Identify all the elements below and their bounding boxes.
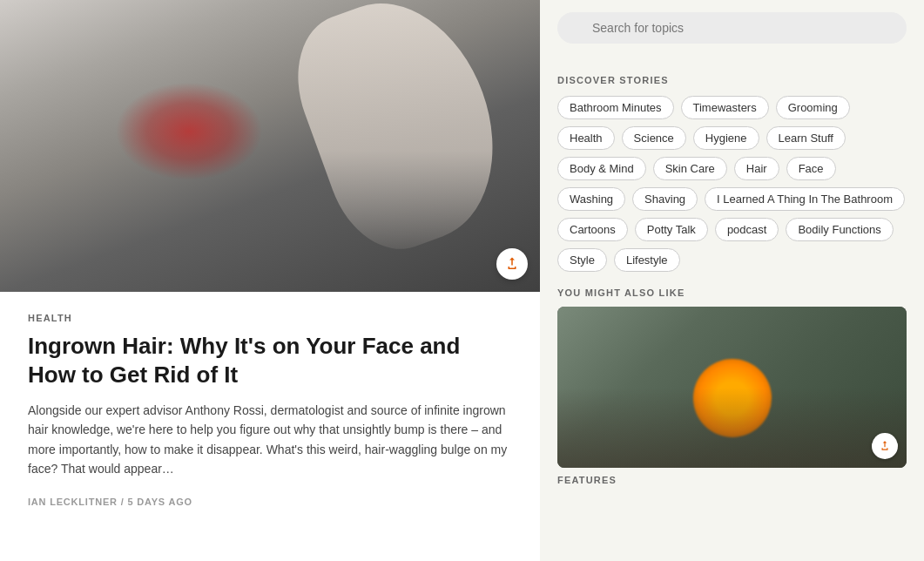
tag-item[interactable]: Grooming: [776, 96, 850, 119]
tag-item[interactable]: Skin Care: [653, 157, 727, 180]
recommendation-image: [557, 307, 907, 468]
tag-item[interactable]: Face: [786, 157, 836, 180]
search-input[interactable]: [557, 12, 907, 44]
tag-item[interactable]: podcast: [715, 218, 779, 241]
tag-item[interactable]: Potty Talk: [635, 218, 708, 241]
article-category: HEALTH: [28, 313, 512, 323]
tag-item[interactable]: Bathroom Minutes: [557, 96, 674, 119]
article-author: IAN LECKLITNER: [28, 497, 118, 507]
tag-item[interactable]: Hygiene: [693, 126, 759, 150]
tag-item[interactable]: Shaving: [632, 187, 698, 211]
article-title: Ingrown Hair: Why It's on Your Face and …: [28, 332, 512, 389]
search-wrapper: [557, 12, 907, 59]
right-panel: DISCOVER STORIES Bathroom MinutesTimewas…: [540, 0, 924, 561]
article-content: HEALTH Ingrown Hair: Why It's on Your Fa…: [0, 292, 540, 561]
tag-item[interactable]: Bodily Functions: [786, 218, 893, 241]
tag-item[interactable]: Body & Mind: [557, 157, 646, 180]
share-icon: [504, 256, 520, 272]
recommendation-share-button[interactable]: [872, 433, 898, 459]
tag-item[interactable]: Style: [557, 248, 607, 272]
tag-item[interactable]: Learn Stuff: [766, 126, 846, 150]
article-excerpt: Alongside our expert advisor Anthony Ros…: [28, 401, 512, 479]
rec-share-icon: [879, 440, 891, 452]
tag-item[interactable]: Cartoons: [557, 218, 628, 241]
features-label: FEATURES: [557, 468, 907, 489]
tag-item[interactable]: Lifestyle: [614, 248, 680, 272]
tags-container: Bathroom MinutesTimewastersGroomingHealt…: [557, 96, 907, 272]
tag-item[interactable]: Science: [622, 126, 686, 150]
article-meta: IAN LECKLITNER / 5 DAYS AGO: [28, 497, 512, 507]
share-button[interactable]: [496, 248, 528, 280]
recommendation-card: [557, 307, 907, 468]
tag-item[interactable]: Hair: [734, 157, 779, 180]
article-image-container: [0, 0, 540, 292]
tag-item[interactable]: I Learned A Thing In The Bathroom: [705, 187, 905, 211]
article-hero-image: [0, 0, 540, 292]
tag-item[interactable]: Health: [557, 126, 615, 150]
left-panel: HEALTH Ingrown Hair: Why It's on Your Fa…: [0, 0, 540, 561]
article-published: 5 DAYS AGO: [127, 497, 192, 507]
you-might-also-like-label: YOU MIGHT ALSO LIKE: [557, 287, 907, 298]
tag-item[interactable]: Washing: [557, 187, 625, 211]
discover-stories-label: DISCOVER STORIES: [557, 75, 907, 85]
tag-item[interactable]: Timewasters: [681, 96, 769, 119]
